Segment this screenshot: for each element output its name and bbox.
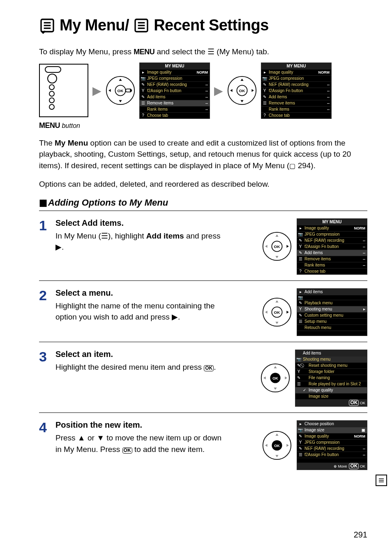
multi-selector-right-icon: OK — [262, 297, 292, 327]
svg-marker-36 — [286, 310, 288, 313]
svg-marker-50 — [286, 444, 288, 447]
step2-menu-panel: ▸Add items 📷 ✎Playback menu YShooting me… — [297, 288, 367, 336]
recent-settings-icon — [133, 17, 150, 34]
svg-text:OK: OK — [272, 376, 278, 380]
step-text: Highlight the name of the menu containin… — [55, 300, 228, 323]
step-number: 3 — [39, 350, 50, 364]
up-triangle-icon: ▲ — [78, 432, 85, 444]
body-paragraph-1: The My Menu option can be used to create… — [39, 137, 367, 171]
svg-marker-42 — [263, 377, 265, 380]
step1-menu-panel: MY MENU ▸Image qualityNORM 📷JPEG compres… — [297, 218, 367, 275]
step-title: Select a menu. — [55, 288, 256, 298]
svg-marker-29 — [286, 245, 288, 248]
svg-marker-12 — [119, 100, 122, 102]
multi-selector-icon: OK — [227, 76, 257, 105]
multi-selector-icon: OK — [106, 76, 135, 105]
svg-marker-33 — [275, 300, 278, 302]
my-menu-icon — [39, 17, 55, 34]
intro-text: To display My Menu, press MENU and selec… — [39, 46, 367, 58]
svg-marker-41 — [274, 388, 277, 390]
step-number: 1 — [39, 218, 50, 232]
down-triangle-icon: ▼ — [97, 432, 104, 444]
svg-text:OK: OK — [274, 244, 281, 249]
step-text: Press ▲ or ▼ to move the new item up or … — [55, 432, 228, 455]
page-title: My Menu/ Recent Settings — [39, 16, 367, 34]
divider — [39, 280, 367, 281]
step-title: Select Add items. — [55, 218, 256, 228]
svg-marker-40 — [274, 366, 277, 368]
step-4: 4 Position the new item. Press ▲ or ▼ to… — [39, 420, 367, 470]
my-menu-tab-icon: ☰ — [208, 47, 214, 56]
svg-marker-27 — [275, 256, 278, 258]
multi-selector-right-icon: OK — [262, 232, 292, 261]
svg-marker-26 — [275, 234, 278, 236]
step-number: 4 — [39, 420, 50, 434]
svg-marker-19 — [240, 79, 243, 81]
step3-menu-panel: Add items 📷Shooting menu ✎⃠Reset shootin… — [295, 350, 367, 407]
camera-illustration — [39, 64, 88, 117]
page-number: 291 — [354, 530, 367, 540]
step-2: 2 Select a menu. Highlight the name of t… — [39, 288, 367, 336]
figure-caption: MENU button — [39, 121, 367, 130]
svg-text:OK: OK — [274, 310, 281, 314]
svg-text:OK: OK — [239, 88, 246, 93]
svg-marker-28 — [265, 245, 267, 248]
right-triangle-icon: ▶ — [55, 241, 62, 253]
svg-marker-43 — [285, 377, 287, 380]
my-menu-panel: MY MENU ▸Image qualityNORM 📷JPEG compres… — [139, 63, 210, 119]
section-tab-icon — [376, 475, 387, 486]
page-ref-icon: ▢ — [289, 162, 295, 169]
double-bar-icon: ▮▮ — [39, 197, 46, 208]
svg-marker-35 — [265, 310, 267, 313]
svg-marker-34 — [275, 322, 278, 324]
ok-button-icon: OK — [122, 447, 132, 454]
svg-marker-21 — [230, 89, 232, 92]
divider — [39, 412, 367, 413]
svg-marker-22 — [251, 89, 254, 92]
step-title: Select an item. — [55, 350, 255, 359]
step-text: Highlight the desired menu item and pres… — [55, 361, 228, 373]
arrow-right-icon: ▶ — [214, 84, 223, 97]
step-title: Position the new item. — [55, 420, 256, 430]
figure-row: ▶ OK MY MENU ▸Image qualityNORM 📷JPEG co… — [39, 63, 367, 119]
svg-text:OK: OK — [274, 443, 280, 447]
svg-marker-11 — [119, 79, 122, 81]
step-text: In My Menu (☰), highlight Add items and … — [55, 230, 228, 253]
svg-marker-48 — [275, 455, 278, 457]
body-paragraph-2: Options can be added, deleted, and reord… — [39, 178, 367, 190]
step-1: 1 Select Add items. In My Menu (☰), high… — [39, 218, 367, 275]
step-number: 2 — [39, 288, 50, 302]
svg-marker-20 — [240, 100, 243, 102]
divider — [39, 342, 367, 342]
multi-selector-ok-icon: OK — [261, 363, 290, 393]
ok-button-icon: OK — [204, 365, 214, 371]
divider — [39, 211, 367, 211]
my-menu-panel-2: MY MENU ▸Image qualityNORM 📷JPEG compres… — [261, 63, 332, 119]
svg-marker-49 — [265, 444, 267, 447]
step-3: 3 Select an item. Highlight the desired … — [39, 350, 367, 407]
svg-marker-13 — [108, 89, 111, 92]
multi-selector-ok-icon: OK — [262, 431, 292, 460]
arrow-right-icon: ▶ — [92, 84, 101, 97]
subheading: ▮▮ Adding Options to My Menu — [39, 197, 367, 208]
svg-text:OK: OK — [118, 88, 124, 93]
step4-menu-panel: ▸Choose position 📷Image size▣ ✎Image qua… — [297, 420, 367, 470]
svg-marker-47 — [275, 433, 278, 436]
my-menu-icon: ☰ — [101, 232, 108, 240]
right-triangle-icon: ▶ — [172, 311, 178, 323]
